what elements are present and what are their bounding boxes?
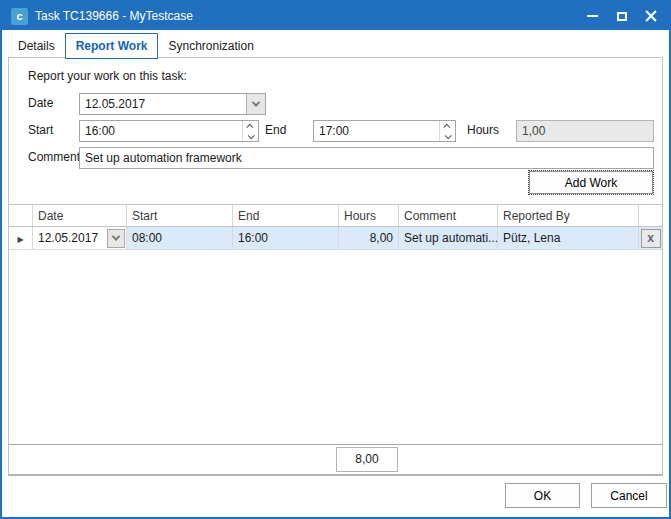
app-icon: c <box>11 8 28 25</box>
maximize-button[interactable] <box>607 2 636 30</box>
spin-down-button[interactable] <box>440 131 455 141</box>
hours-total: 8,00 <box>336 447 398 472</box>
task-dialog: c Task TC139666 - MyTestcase Details Rep… <box>0 0 671 519</box>
grid-header-reported-by[interactable]: Reported By <box>498 205 639 226</box>
window-title: Task TC139666 - MyTestcase <box>35 9 193 23</box>
grid-header-start[interactable]: Start <box>127 205 233 226</box>
row-date-value: 12.05.2017 <box>33 231 107 245</box>
row-date-cell[interactable]: 12.05.2017 <box>33 227 127 249</box>
date-dropdown-button[interactable] <box>246 94 265 114</box>
grid-header-comment[interactable]: Comment <box>399 205 498 226</box>
end-label: End <box>265 123 286 137</box>
spin-up-button[interactable] <box>243 121 258 131</box>
comment-field[interactable]: Set up automation framework <box>79 147 654 169</box>
row-date-editor[interactable]: 12.05.2017 <box>33 227 126 249</box>
close-button[interactable] <box>636 2 665 30</box>
ok-button[interactable]: OK <box>505 483 580 508</box>
end-field[interactable]: 17:00 <box>313 120 456 142</box>
hours-field: 1,00 <box>516 120 654 142</box>
grid-header-row: Date Start End Hours Comment Reported By <box>9 205 662 227</box>
chevron-down-icon <box>112 232 120 240</box>
date-value: 12.05.2017 <box>80 97 246 111</box>
chevron-up-icon <box>443 123 450 130</box>
row-end-cell[interactable]: 16:00 <box>233 227 339 249</box>
grid-summary-footer: 8,00 <box>9 444 662 474</box>
end-value: 17:00 <box>314 124 439 138</box>
end-spinner[interactable] <box>439 121 455 141</box>
window-controls <box>578 2 665 30</box>
start-value: 16:00 <box>80 124 242 138</box>
grid-header-end[interactable]: End <box>233 205 339 226</box>
tab-details[interactable]: Details <box>8 35 65 58</box>
row-selector-cell[interactable] <box>9 227 33 249</box>
spin-up-button[interactable] <box>440 121 455 131</box>
spin-down-button[interactable] <box>243 131 258 141</box>
minimize-button[interactable] <box>578 2 607 30</box>
work-grid: Date Start End Hours Comment Reported By… <box>9 204 662 474</box>
report-work-page: Report your work on this task: Date 12.0… <box>8 57 663 476</box>
grid-header-hours[interactable]: Hours <box>339 205 399 226</box>
current-row-indicator-icon <box>17 231 23 245</box>
minimize-icon <box>587 15 598 17</box>
row-date-dropdown-button[interactable] <box>107 229 125 248</box>
grid-header-selector <box>9 205 33 226</box>
comment-label: Comment <box>28 150 80 164</box>
row-hours-cell[interactable]: 8,00 <box>339 227 399 249</box>
close-icon <box>645 10 657 22</box>
tab-report-work[interactable]: Report Work <box>65 33 159 59</box>
add-work-button[interactable]: Add Work <box>529 171 653 194</box>
row-actions-cell: x <box>639 227 662 249</box>
hours-value: 1,00 <box>517 124 653 138</box>
app-icon-letter: c <box>16 10 22 22</box>
table-row[interactable]: 12.05.2017 08:00 16:00 8,00 Set up autom… <box>9 227 662 250</box>
start-label: Start <box>28 123 53 137</box>
row-reported-by-cell[interactable]: Pütz, Lena <box>498 227 639 249</box>
date-field[interactable]: 12.05.2017 <box>79 93 266 115</box>
row-start-cell[interactable]: 08:00 <box>127 227 233 249</box>
chevron-down-icon <box>248 132 255 139</box>
chevron-down-icon <box>252 98 260 106</box>
date-label: Date <box>28 96 53 110</box>
page-heading: Report your work on this task: <box>28 69 187 83</box>
cancel-button[interactable]: Cancel <box>591 483 667 508</box>
comment-value: Set up automation framework <box>80 151 653 165</box>
start-field[interactable]: 16:00 <box>79 120 259 142</box>
chevron-up-icon <box>246 123 253 130</box>
maximize-icon <box>617 12 627 21</box>
grid-header-date[interactable]: Date <box>33 205 127 226</box>
hours-label: Hours <box>467 123 499 137</box>
titlebar[interactable]: c Task TC139666 - MyTestcase <box>2 2 669 30</box>
tab-bar: Details Report Work Synchronization <box>8 30 264 58</box>
row-comment-cell[interactable]: Set up automati... <box>399 227 498 249</box>
start-spinner[interactable] <box>242 121 258 141</box>
tab-synchronization[interactable]: Synchronization <box>158 35 263 58</box>
grid-header-actions <box>639 205 662 226</box>
chevron-down-icon <box>445 132 452 139</box>
delete-row-button[interactable]: x <box>641 229 661 248</box>
